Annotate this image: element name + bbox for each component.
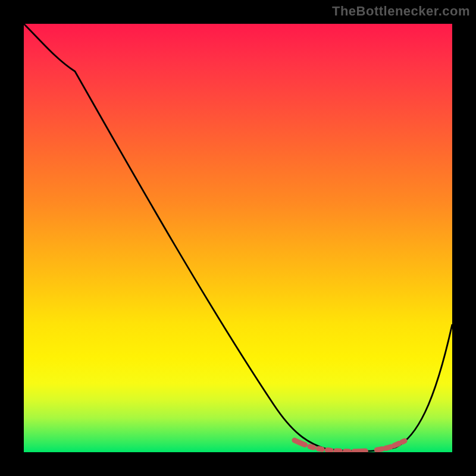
chart-frame: TheBottlenecker.com: [0, 0, 476, 476]
bottleneck-curve-line: [24, 24, 452, 451]
plot-area: [24, 24, 452, 452]
chart-svg: [24, 24, 452, 452]
watermark-text: TheBottlenecker.com: [332, 4, 470, 19]
